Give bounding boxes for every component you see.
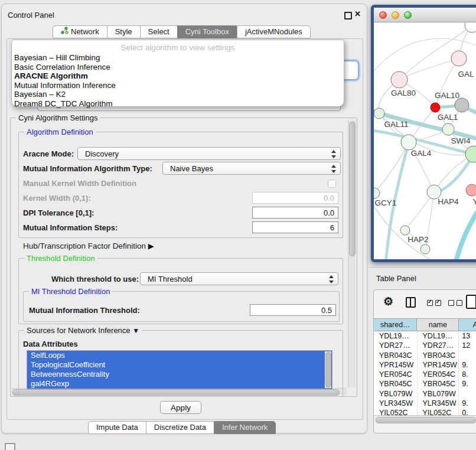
mi-threshold-field[interactable]: 0.5 [250,304,336,316]
table-cell: 12 [459,341,476,350]
mi-type-value: Naive Bayes [170,164,213,173]
float-panel-icon[interactable] [344,12,352,19]
table-row[interactable]: YBR043CYBR043C [374,351,476,360]
table-row[interactable]: YDR27…YDR27…12 [374,341,476,350]
table-cell: YDL19… [374,331,418,341]
dropdown-item[interactable]: Bayesian – Hill Climbing [12,53,344,63]
network-node-gcy1[interactable] [374,188,380,198]
table-hscroll-thumb[interactable] [376,417,476,423]
network-edge[interactable] [435,58,459,107]
checked-box-icon [435,300,441,306]
table-cell: YPR145W [374,360,418,370]
table-row[interactable]: YBR045CYBR045C9. [374,379,476,389]
list-item[interactable]: TopologicalCoefficient [27,360,332,370]
expanded-arrow-icon[interactable]: ▼ [132,327,139,335]
close-panel-icon[interactable]: ✕ [354,9,361,18]
tab-discretize-data[interactable]: Discretize Data [146,421,214,434]
node-label: SWI4 [451,136,470,145]
table-row[interactable]: YLR345WYLR345W9. [374,399,476,408]
tab-impute-data[interactable]: Impute Data [88,421,146,434]
dropdown-item[interactable]: ARACNE Algorithm [12,71,344,81]
table-horizontal-scrollbar[interactable] [374,415,476,423]
minimized-panel-icon[interactable] [5,443,15,450]
network-node[interactable] [465,22,476,32]
gear-icon[interactable]: ⚙ [383,295,393,308]
tab-style[interactable]: Style [107,25,140,38]
network-view-window[interactable]: GALGAL80GAL10GAL1GAL11SWI4GAL4GCY1HAP4YH… [371,5,476,262]
table-row[interactable]: YPR145WYPR145W9. [374,360,476,370]
vscroll-thumb[interactable] [349,122,356,256]
network-node-gal4[interactable] [401,135,416,150]
mi-type-combobox[interactable]: Naive Bayes [162,162,341,175]
list-item[interactable]: SelfLoops [27,351,332,360]
columns-icon[interactable] [406,297,416,308]
node-label: GAL80 [391,89,416,97]
tab-infer-network[interactable]: Infer Network [214,421,276,434]
table-panel: ⚙ shared…nameA YDL19…YDL19…13YDR27…YDR27… [373,289,476,433]
zoom-window-icon[interactable] [404,11,412,19]
network-node[interactable] [431,103,440,112]
column-header-shared…[interactable]: shared… [374,318,417,331]
show-all-columns-icon[interactable] [427,300,441,306]
table-panel-divider [367,267,476,268]
export-table-icon[interactable] [466,295,476,309]
dropdown-item[interactable]: Mutual Information Inference [12,81,344,90]
column-header-A[interactable]: A [459,318,476,331]
network-node-gal[interactable] [451,51,467,66]
dpi-tolerance-field[interactable]: 0.0 [252,207,338,219]
network-node-gal1[interactable] [442,123,454,135]
network-edge[interactable] [399,58,459,80]
mi-steps-label: Mutual Information Steps: [23,223,118,232]
network-node-gal11[interactable] [374,108,384,119]
table-cell: YBL079W [374,389,418,399]
list-item[interactable]: BetweennessCentrality [27,370,332,379]
control-panel-window: Control Panel ✕ NetworkStyleSelectCyni T… [1,4,367,433]
which-threshold-combobox[interactable]: MI Threshold [140,272,338,285]
network-node-gal10[interactable] [455,98,469,112]
table-cell: YPR145W [418,360,459,370]
aracne-mode-combobox[interactable]: Discovery [77,147,341,160]
network-node-hap2[interactable] [400,226,410,235]
kernel-width-field[interactable]: 0.0 [252,192,338,204]
hide-all-columns-icon[interactable] [448,300,462,306]
algorithm-dropdown: Select algorithm to view settings Bayesi… [11,40,344,107]
table-row[interactable]: YER054CYER054C8. [374,370,476,379]
list-item[interactable]: gal4RGexp [27,379,332,389]
settings-vertical-scrollbar[interactable] [348,120,356,387]
column-header-name[interactable]: name [417,318,459,331]
network-canvas[interactable]: GALGAL80GAL10GAL1GAL11SWI4GAL4GCY1HAP4YH… [374,22,476,260]
dropdown-item[interactable]: Bayesian – K2 [12,90,344,99]
table-row[interactable]: YDL19…YDL19…13 [374,331,476,341]
table-cell: 13 [459,331,476,341]
data-attributes-items: SelfLoopsTopologicalCoefficientBetweenne… [27,351,332,389]
manual-kernel-label: Manual Kernel Width Definition [23,179,136,188]
list-scroll-thumb[interactable] [325,352,331,387]
combobox-stepper-icon [329,275,334,283]
network-node-gal80[interactable] [391,71,407,88]
table-body: YDL19…YDL19…13YDR27…YDR27…12YBR043CYBR04… [374,331,476,418]
table-cell: YDL19… [418,331,459,341]
table-cell: YDR27… [374,341,418,350]
tab-network[interactable]: Network [53,25,107,38]
apply-button[interactable]: Apply [160,401,201,414]
dropdown-item[interactable]: Dream8 DC_TDC Algorithm [12,99,344,109]
table-cell: YBR045C [418,379,459,389]
tab-cyni-toolbox[interactable]: Cyni Toolbox [177,25,237,38]
data-attributes-list[interactable]: SelfLoopsTopologicalCoefficientBetweenne… [27,350,332,389]
table-cell [459,389,476,399]
manual-kernel-checkbox[interactable] [328,180,336,188]
hub-definition-toggle[interactable]: Hub/Transcription Factor Definition ▶ [23,242,154,250]
minimize-window-icon[interactable] [392,11,399,19]
close-window-icon[interactable] [379,11,387,19]
mi-steps-field[interactable]: 6 [252,221,338,233]
node-label: GAL [458,70,474,79]
node-table: shared…nameA YDL19…YDL19…13YDR27…YDR27…1… [374,318,476,418]
tab-select[interactable]: Select [140,25,177,38]
dropdown-item[interactable]: Basic Correlation Inference [12,63,344,72]
table-row[interactable]: YBL079WYBL079W [374,389,476,399]
tab-jactivemnodules[interactable]: jActiveMNodules [237,25,311,38]
network-node-y[interactable] [466,184,476,196]
list-scrollbar[interactable] [325,351,331,388]
network-node[interactable] [420,244,430,254]
network-window-titlebar[interactable] [374,8,476,22]
